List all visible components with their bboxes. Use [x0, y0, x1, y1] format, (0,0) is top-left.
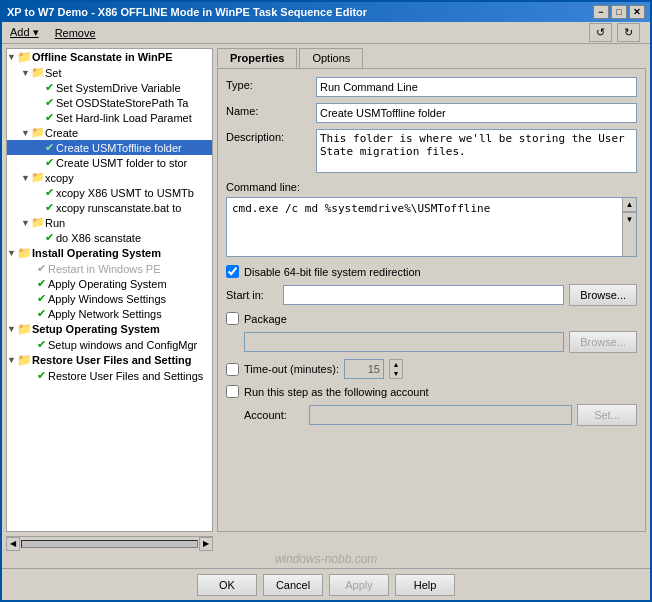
startin-row: Start in: Browse... [226, 284, 637, 306]
minimize-button[interactable]: − [593, 5, 609, 19]
tree-item-createusmt[interactable]: ✔ Create USMToffline folder [7, 140, 212, 155]
command-area: cmd.exe /c md %systemdrive%\USMToffline … [226, 197, 637, 257]
toolbar: ↺ ↻ [584, 21, 645, 44]
scroll-right[interactable]: ▶ [199, 537, 213, 551]
tree-group-offline[interactable]: ▼ 📁 Offline Scanstate in WinPE [7, 49, 212, 65]
disable64-checkbox[interactable] [226, 265, 239, 278]
main-area: ▼ 📁 Offline Scanstate in WinPE ▼ 📁 Set ✔… [2, 44, 650, 536]
window-title: XP to W7 Demo - X86 OFFLINE Mode in WinP… [7, 6, 367, 18]
maximize-button[interactable]: □ [611, 5, 627, 19]
command-text: cmd.exe /c md %systemdrive%\USMToffline [229, 200, 634, 217]
properties-panel: Type: Name: Description: This f [217, 68, 646, 532]
title-bar: XP to W7 Demo - X86 OFFLINE Mode in WinP… [2, 2, 650, 22]
description-label: Description: [226, 129, 316, 143]
ok-button[interactable]: OK [197, 574, 257, 596]
tree-item-xcopyusmt[interactable]: ✔ xcopy X86 USMT to USMTb [7, 185, 212, 200]
account-row: Account: Set... [244, 404, 637, 426]
description-field[interactable]: This folder is where we'll be storing th… [316, 129, 637, 173]
timeout-row: Time-out (minutes): ▲ ▼ [226, 359, 637, 379]
tree-item-applyos[interactable]: ✔ Apply Operating System [7, 276, 212, 291]
tree-subgroup-run[interactable]: ▼ 📁 Run [7, 215, 212, 230]
name-field[interactable] [316, 103, 637, 123]
bottom-bar: OK Cancel Apply Help [2, 568, 650, 600]
description-row: Description: This folder is where we'll … [226, 129, 637, 175]
browse1-button[interactable]: Browse... [569, 284, 637, 306]
spinner-down[interactable]: ▼ [392, 369, 399, 378]
tree-item-setupwin[interactable]: ✔ Setup windows and ConfigMgr [7, 337, 212, 352]
type-row: Type: [226, 77, 637, 97]
hscrollbar-area: ◀ ▶ [2, 536, 650, 552]
toolbar-icon1[interactable]: ↺ [589, 23, 612, 42]
package-field[interactable] [244, 332, 564, 352]
spinner-up[interactable]: ▲ [392, 360, 399, 369]
cancel-button[interactable]: Cancel [263, 574, 323, 596]
package-checkbox-row: Package [226, 312, 637, 325]
disable64-row: Disable 64-bit file system redirection [226, 265, 637, 278]
title-bar-buttons: − □ ✕ [593, 5, 645, 19]
type-field[interactable] [316, 77, 637, 97]
close-button[interactable]: ✕ [629, 5, 645, 19]
disable64-label: Disable 64-bit file system redirection [244, 266, 421, 278]
menu-add[interactable]: Add ▾ [7, 25, 42, 40]
tree-item-doscanstate[interactable]: ✔ do X86 scanstate [7, 230, 212, 245]
tree-item-applywin[interactable]: ✔ Apply Windows Settings [7, 291, 212, 306]
menu-remove[interactable]: Remove [52, 26, 99, 40]
package-checkbox[interactable] [226, 312, 239, 325]
set-button[interactable]: Set... [577, 404, 637, 426]
scroll-track[interactable] [21, 540, 198, 548]
tree-item-setvariable[interactable]: ✔ Set SystemDrive Variable [7, 80, 212, 95]
tree-item-restart[interactable]: ✔ Restart in Windows PE [7, 261, 212, 276]
tree-subgroup-xcopy[interactable]: ▼ 📁 xcopy [7, 170, 212, 185]
tree-item-applynet[interactable]: ✔ Apply Network Settings [7, 306, 212, 321]
tree-subgroup-create[interactable]: ▼ 📁 Create [7, 125, 212, 140]
package-label: Package [244, 313, 287, 325]
menu-bar: Add ▾ Remove ↺ ↻ [2, 22, 650, 44]
cmd-scrollbar[interactable]: ▲ ▼ [622, 198, 636, 256]
tab-options[interactable]: Options [299, 48, 363, 68]
runas-checkbox-row: Run this step as the following account [226, 385, 637, 398]
name-label: Name: [226, 103, 316, 117]
tree-panel: ▼ 📁 Offline Scanstate in WinPE ▼ 📁 Set ✔… [6, 48, 213, 532]
name-row: Name: [226, 103, 637, 123]
commandline-label: Command line: [226, 181, 637, 193]
hscrollbar[interactable]: ◀ ▶ [6, 536, 213, 550]
tree-item-restore[interactable]: ✔ Restore User Files and Settings [7, 368, 212, 383]
account-field[interactable] [309, 405, 572, 425]
apply-button[interactable]: Apply [329, 574, 389, 596]
description-value-container: This folder is where we'll be storing th… [316, 129, 637, 175]
tree-group-install[interactable]: ▼ 📁 Install Operating System [7, 245, 212, 261]
tree-item-xcopyrun[interactable]: ✔ xcopy runscanstate.bat to [7, 200, 212, 215]
bottombar-wrapper: windows-nobb.com OK Cancel Apply Help [2, 552, 650, 600]
tab-bar: Properties Options [217, 48, 646, 68]
help-button[interactable]: Help [395, 574, 455, 596]
account-label: Account: [244, 409, 304, 421]
scroll-left[interactable]: ◀ [6, 537, 20, 551]
runas-label: Run this step as the following account [244, 386, 429, 398]
name-value-container [316, 103, 637, 123]
timeout-label: Time-out (minutes): [244, 363, 339, 375]
tree-item-setosd[interactable]: ✔ Set OSDStateStorePath Ta [7, 95, 212, 110]
type-label: Type: [226, 77, 316, 91]
tree-group-setup[interactable]: ▼ 📁 Setup Operating System [7, 321, 212, 337]
package-row: Browse... [244, 331, 637, 353]
tree-subgroup-set[interactable]: ▼ 📁 Set [7, 65, 212, 80]
tree-item-sethardlink[interactable]: ✔ Set Hard-link Load Paramet [7, 110, 212, 125]
startin-label: Start in: [226, 289, 278, 301]
main-window: XP to W7 Demo - X86 OFFLINE Mode in WinP… [0, 0, 652, 602]
timeout-spinner[interactable]: ▲ ▼ [389, 359, 403, 379]
right-panel: Properties Options Type: Name: [217, 48, 646, 532]
tree-group-restore[interactable]: ▼ 📁 Restore User Files and Setting [7, 352, 212, 368]
tree-item-createfolder[interactable]: ✔ Create USMT folder to stor [7, 155, 212, 170]
timeout-checkbox[interactable] [226, 363, 239, 376]
watermark: windows-nobb.com [2, 552, 650, 568]
type-value-container [316, 77, 637, 97]
startin-field[interactable] [283, 285, 564, 305]
runas-checkbox[interactable] [226, 385, 239, 398]
tab-properties[interactable]: Properties [217, 48, 297, 68]
timeout-field[interactable] [344, 359, 384, 379]
commandline-section: Command line: cmd.exe /c md %systemdrive… [226, 181, 637, 257]
toolbar-icon2[interactable]: ↻ [617, 23, 640, 42]
browse2-button[interactable]: Browse... [569, 331, 637, 353]
